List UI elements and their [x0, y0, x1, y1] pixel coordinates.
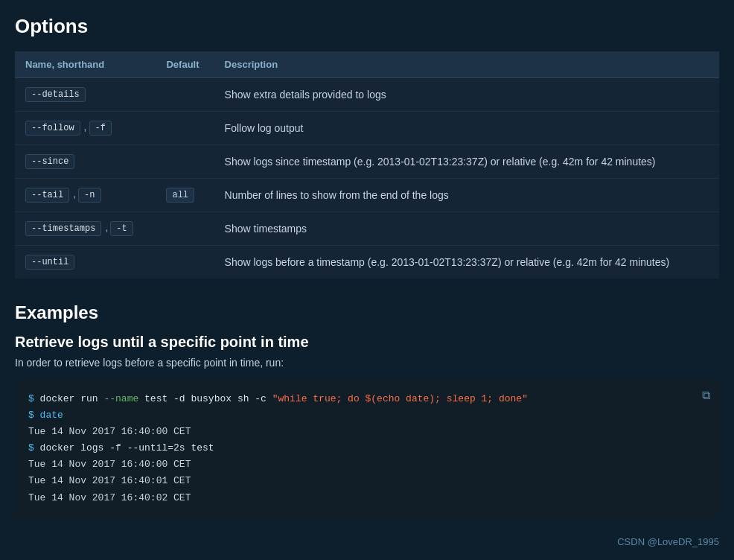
separator: , — [73, 188, 76, 200]
code-badge: --since — [25, 154, 74, 169]
description-cell: Show logs since timestamp (e.g. 2013-01-… — [214, 145, 719, 179]
separator: , — [84, 121, 87, 133]
output-line: Tue 14 Nov 2017 16:40:00 CET — [28, 459, 191, 470]
col-header-name: Name, shorthand — [15, 51, 156, 78]
table-row: --detailsShow extra details provided to … — [15, 78, 719, 112]
code-part: "while true; do $(echo date); sleep 1; d… — [272, 393, 528, 404]
default-cell: all — [156, 179, 214, 212]
description-cell: Follow log output — [214, 112, 719, 145]
copy-icon[interactable]: ⧉ — [702, 386, 710, 407]
table-header-row: Name, shorthand Default Description — [15, 51, 719, 78]
code-line: Tue 14 Nov 2017 16:40:00 CET — [28, 424, 706, 440]
description-cell: Number of lines to show from the end of … — [214, 179, 719, 212]
code-line: Tue 14 Nov 2017 16:40:01 CET — [28, 473, 706, 489]
name-cell: --tail,-n — [15, 179, 156, 212]
code-block: ⧉ $ docker run --name test -d busybox sh… — [15, 379, 719, 518]
table-row: --tail,-nallNumber of lines to show from… — [15, 179, 719, 212]
prompt: $ — [28, 442, 40, 454]
separator: , — [105, 221, 108, 233]
default-cell — [156, 78, 214, 112]
code-badge: --until — [25, 255, 74, 270]
code-part: docker run — [40, 393, 104, 404]
code-part: date — [40, 410, 63, 421]
output-line: Tue 14 Nov 2017 16:40:00 CET — [28, 426, 191, 437]
name-cell: --follow,-f — [15, 112, 156, 145]
output-line: Tue 14 Nov 2017 16:40:01 CET — [28, 475, 191, 486]
examples-title: Examples — [15, 302, 719, 323]
code-part: test — [138, 393, 173, 404]
code-badge: --tail — [25, 188, 69, 203]
col-header-description: Description — [214, 51, 719, 78]
code-badge: --follow — [25, 121, 80, 136]
default-cell — [156, 246, 214, 279]
code-badge: --details — [25, 87, 86, 102]
table-row: --sinceShow logs since timestamp (e.g. 2… — [15, 145, 719, 179]
table-row: --timestamps,-tShow timestamps — [15, 212, 719, 246]
table-row: --follow,-fFollow log output — [15, 112, 719, 145]
code-line: $ date — [28, 407, 706, 424]
code-line: Tue 14 Nov 2017 16:40:02 CET — [28, 490, 706, 506]
watermark: CSDN @LoveDR_1995 — [15, 536, 719, 547]
output-line: Tue 14 Nov 2017 16:40:02 CET — [28, 492, 191, 503]
name-cell: --timestamps,-t — [15, 212, 156, 246]
code-part: -d busybox sh -c — [173, 393, 272, 404]
name-cell: --until — [15, 246, 156, 279]
code-badge: -n — [78, 188, 100, 203]
table-row: --untilShow logs before a timestamp (e.g… — [15, 246, 719, 279]
page-title: Options — [15, 15, 719, 38]
code-badge: --timestamps — [25, 221, 101, 236]
description-cell: Show timestamps — [214, 212, 719, 246]
default-badge: all — [166, 188, 194, 203]
code-badge: -f — [89, 121, 112, 136]
code-badge: -t — [110, 221, 133, 236]
col-header-default: Default — [156, 51, 214, 78]
subsection-title: Retrieve logs until a specific point in … — [15, 334, 719, 351]
default-cell — [156, 212, 214, 246]
name-cell: --details — [15, 78, 156, 112]
intro-text: In order to retrieve logs before a speci… — [15, 357, 719, 369]
description-cell: Show logs before a timestamp (e.g. 2013-… — [214, 246, 719, 279]
name-cell: --since — [15, 145, 156, 179]
code-part: docker logs -f --until=2s test — [40, 442, 214, 454]
code-line: $ docker run --name test -d busybox sh -… — [28, 391, 706, 407]
options-table: Name, shorthand Default Description --de… — [15, 51, 719, 279]
default-cell — [156, 145, 214, 179]
default-cell — [156, 112, 214, 145]
prompt: $ — [28, 410, 40, 421]
examples-section: Examples Retrieve logs until a specific … — [15, 302, 719, 518]
description-cell: Show extra details provided to logs — [214, 78, 719, 112]
prompt: $ — [28, 393, 40, 404]
code-line: Tue 14 Nov 2017 16:40:00 CET — [28, 456, 706, 473]
code-line: $ docker logs -f --until=2s test — [28, 440, 706, 456]
code-part: --name — [103, 393, 138, 404]
